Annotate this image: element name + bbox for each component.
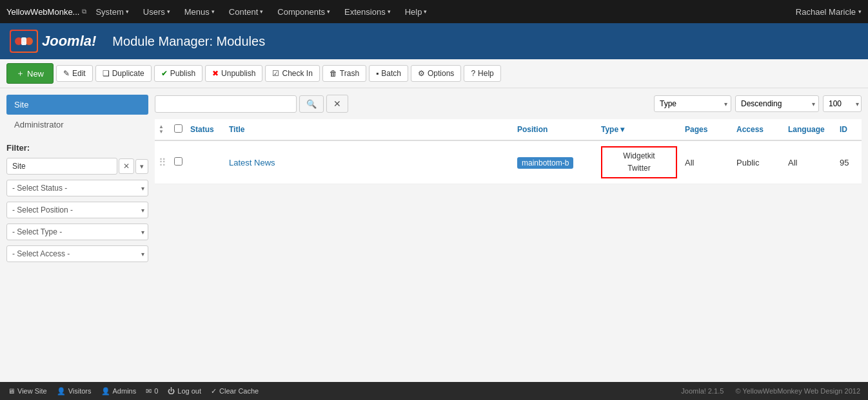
th-position-label: Position xyxy=(517,125,547,134)
th-access[interactable]: Access xyxy=(733,119,784,140)
th-checkbox[interactable] xyxy=(170,119,186,140)
help-button[interactable]: ? Help xyxy=(464,65,500,82)
row-checkbox[interactable] xyxy=(174,157,182,166)
th-language[interactable]: Language xyxy=(784,119,836,140)
user-menu[interactable]: Rachael Maricle ▾ xyxy=(796,7,862,17)
edit-button[interactable]: ✎ Edit xyxy=(56,65,93,82)
search-right: Type ▾ Descending ▾ 100 ▾ xyxy=(654,95,862,112)
site-filter-input[interactable] xyxy=(6,158,117,175)
position-filter[interactable]: - Select Position - xyxy=(6,202,148,218)
duplicate-button[interactable]: ❑ Duplicate xyxy=(95,65,152,82)
nav-system[interactable]: System ▾ xyxy=(89,3,135,21)
status-filter[interactable]: - Select Status - xyxy=(6,180,148,196)
search-clear-button[interactable]: ✕ xyxy=(326,95,348,113)
checkin-button[interactable]: ☑ Check In xyxy=(265,65,319,82)
type-filter-wrap: - Select Type - ▾ xyxy=(6,224,148,240)
nav-menus[interactable]: Menus ▾ xyxy=(178,3,221,21)
trash-icon: 🗑 xyxy=(330,69,337,78)
sort-by-wrap: Type ▾ xyxy=(654,95,731,112)
unpublish-label: Unpublish xyxy=(221,69,255,78)
trash-label: Trash xyxy=(340,69,359,78)
th-pages[interactable]: Pages xyxy=(681,119,733,140)
nav-help[interactable]: Help ▾ xyxy=(399,3,434,21)
batch-button[interactable]: ▪ Batch xyxy=(369,65,408,82)
nav-components[interactable]: Components ▾ xyxy=(271,3,337,21)
main-content: Site Administrator Filter: ✕ ▾ - Select … xyxy=(0,88,868,346)
search-bar: 🔍 ✕ Type ▾ Descending ▾ xyxy=(155,95,862,113)
cell-checkbox xyxy=(170,140,186,184)
publish-label: Publish xyxy=(170,69,195,78)
type-filter[interactable]: - Select Type - xyxy=(6,224,148,240)
type-line1: Widgetkit xyxy=(607,150,671,162)
external-icon: ⧉ xyxy=(82,8,86,15)
nav-content-arrow: ▾ xyxy=(260,8,263,15)
trash-button[interactable]: 🗑 Trash xyxy=(322,65,366,82)
nav-extensions-arrow: ▾ xyxy=(388,8,391,15)
th-pages-label: Pages xyxy=(685,125,707,134)
batch-label: Batch xyxy=(381,69,401,78)
search-input[interactable] xyxy=(155,95,297,113)
th-type[interactable]: Type ▾ xyxy=(597,119,681,140)
cell-title: Latest News xyxy=(225,140,513,184)
nav-help-arrow: ▾ xyxy=(424,8,427,15)
publish-button[interactable]: ✔ Publish xyxy=(154,65,202,82)
select-all-checkbox[interactable] xyxy=(174,124,182,133)
th-type-label: Type ▾ xyxy=(601,125,624,134)
brand-label: YellowWebMonke... xyxy=(6,7,79,17)
nav-extensions[interactable]: Extensions ▾ xyxy=(338,3,397,21)
sort-dir-select[interactable]: Descending xyxy=(735,95,819,112)
th-id[interactable]: ID xyxy=(836,119,862,140)
sort-dir-wrap: Descending ▾ xyxy=(735,95,819,112)
page-size-select[interactable]: 100 xyxy=(823,95,862,112)
new-button[interactable]: ＋ New xyxy=(6,63,54,84)
sidebar: Site Administrator Filter: ✕ ▾ - Select … xyxy=(6,95,148,339)
edit-label: Edit xyxy=(72,69,86,78)
toolbar: ＋ New ✎ Edit ❑ Duplicate ✔ Publish ✖ Unp… xyxy=(0,59,868,88)
help-label: Help xyxy=(478,69,494,78)
brand-link[interactable]: YellowWebMonke... ⧉ xyxy=(6,7,86,17)
type-cell-highlighted: Widgetkit Twitter xyxy=(601,146,677,178)
status-filter-wrap: - Select Status - ▾ xyxy=(6,180,148,196)
nav-menus-arrow: ▾ xyxy=(212,8,215,15)
th-access-label: Access xyxy=(736,125,764,134)
th-title-label: Title xyxy=(229,125,244,134)
access-filter[interactable]: - Select Access - xyxy=(6,245,148,262)
th-id-label: ID xyxy=(840,125,847,134)
table-header-row: ▲▼ Status Title Position xyxy=(155,119,862,140)
options-button[interactable]: ⚙ Options xyxy=(411,65,461,82)
unpublish-button[interactable]: ✖ Unpublish xyxy=(205,65,262,82)
module-title-link[interactable]: Latest News xyxy=(229,158,275,167)
checkin-icon: ☑ xyxy=(272,69,279,78)
duplicate-icon: ❑ xyxy=(103,69,110,78)
sidebar-item-site[interactable]: Site xyxy=(6,95,148,115)
page-title: Module Manager: Modules xyxy=(112,34,265,49)
th-language-label: Language xyxy=(788,125,825,134)
user-arrow: ▾ xyxy=(858,8,862,15)
user-name: Rachael Maricle xyxy=(796,7,856,17)
search-left: 🔍 ✕ xyxy=(155,95,348,113)
site-filter-row: ✕ ▾ xyxy=(6,158,148,175)
top-navigation: YellowWebMonke... ⧉ System ▾ Users ▾ Men… xyxy=(0,0,868,23)
nav-content[interactable]: Content ▾ xyxy=(222,3,270,21)
cell-position: mainbottom-b xyxy=(513,140,597,184)
nav-users[interactable]: Users ▾ xyxy=(137,3,177,21)
sort-by-select[interactable]: Type xyxy=(654,95,731,112)
th-position[interactable]: Position xyxy=(513,119,597,140)
site-filter-clear[interactable]: ✕ xyxy=(119,158,134,174)
th-drag[interactable]: ▲▼ xyxy=(155,119,170,140)
cell-id: 95 xyxy=(836,140,862,184)
new-label: New xyxy=(27,69,44,79)
site-filter-arrow[interactable]: ▾ xyxy=(135,159,148,174)
help-icon: ? xyxy=(471,69,475,78)
drag-handle-icon[interactable]: ⠿ xyxy=(159,157,166,168)
nav-components-arrow: ▾ xyxy=(327,8,330,15)
search-button[interactable]: 🔍 xyxy=(299,95,324,113)
options-icon: ⚙ xyxy=(418,69,425,78)
th-status-label: Status xyxy=(190,125,214,134)
th-status[interactable]: Status xyxy=(186,119,225,140)
options-label: Options xyxy=(428,69,454,78)
position-filter-wrap: - Select Position - ▾ xyxy=(6,202,148,218)
table-row: ⠿ Latest News mainbottom-b xyxy=(155,140,862,184)
th-title[interactable]: Title xyxy=(225,119,513,140)
sidebar-item-administrator[interactable]: Administrator xyxy=(6,116,148,133)
